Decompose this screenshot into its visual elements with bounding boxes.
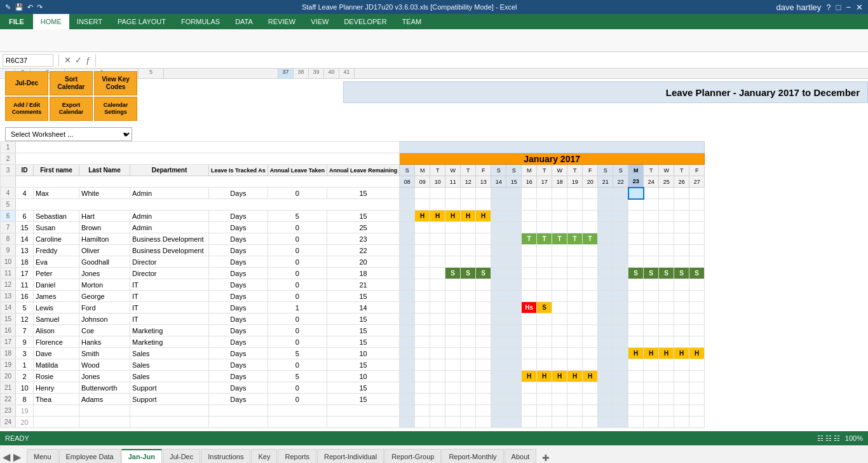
- col-header-40: 40: [324, 69, 339, 78]
- ribbon-tabs: FILE HOME INSERT PAGE LAYOUT FORMULAS DA…: [0, 14, 868, 29]
- tab-home[interactable]: HOME: [33, 14, 69, 29]
- tab-data[interactable]: DATA: [227, 14, 261, 29]
- formula-input[interactable]: [101, 57, 865, 64]
- sort-calendar-button[interactable]: Sort Calendar: [50, 71, 93, 79]
- ribbon-area: [0, 29, 868, 52]
- tab-page-layout[interactable]: PAGE LAYOUT: [110, 14, 173, 29]
- undo-icon[interactable]: ↶: [27, 3, 33, 11]
- quick-access-toolbar: ✎ 💾 ↶ ↷: [5, 3, 43, 11]
- tab-insert[interactable]: INSERT: [69, 14, 110, 29]
- tab-team[interactable]: TEAM: [395, 14, 430, 29]
- view-key-codes-button[interactable]: View Key Codes: [94, 71, 137, 79]
- close-icon[interactable]: ✕: [856, 3, 863, 12]
- tab-view[interactable]: VIEW: [303, 14, 336, 29]
- user-name: dave hartley: [776, 3, 821, 12]
- cancel-formula-icon[interactable]: ✕: [64, 55, 71, 65]
- jul-dec-button[interactable]: Jul-Dec: [5, 71, 48, 79]
- tab-file[interactable]: FILE: [0, 14, 33, 29]
- minimize-icon[interactable]: −: [846, 3, 851, 12]
- save-icon[interactable]: 💾: [15, 3, 24, 11]
- custom-toolbar: Jul-Dec Sort Calendar View Key Codes Add…: [5, 71, 137, 79]
- excel-icon: ✎: [5, 3, 11, 11]
- redo-icon[interactable]: ↷: [37, 3, 43, 11]
- col-header-37: 37: [278, 69, 294, 78]
- window-controls: dave hartley ? □ − ✕: [776, 3, 863, 12]
- tab-developer[interactable]: DEVELOPER: [336, 14, 394, 29]
- formula-icons: ✕ ✓ ƒ: [64, 55, 90, 65]
- col-header-41: 41: [339, 69, 355, 78]
- window-title: Staff Leave Planner JD17u20 v3.6.03.xls …: [43, 3, 776, 11]
- col-header-39: 39: [309, 69, 324, 78]
- insert-function-icon[interactable]: ƒ: [86, 55, 90, 65]
- help-icon[interactable]: ?: [826, 3, 831, 12]
- formula-divider2: [95, 54, 96, 67]
- title-bar: ✎ 💾 ↶ ↷ Staff Leave Planner JD17u20 v3.6…: [0, 0, 868, 14]
- formula-divider: [58, 54, 59, 67]
- confirm-formula-icon[interactable]: ✓: [75, 55, 82, 65]
- name-box[interactable]: [3, 54, 53, 67]
- formula-bar: ✕ ✓ ƒ: [0, 52, 868, 69]
- tab-formulas[interactable]: FORMULAS: [173, 14, 227, 29]
- col-header-38: 38: [294, 69, 309, 78]
- tab-review[interactable]: REVIEW: [261, 14, 303, 29]
- restore-icon[interactable]: □: [836, 3, 841, 12]
- col-header-space: [164, 69, 278, 78]
- col-header-5: 5: [139, 69, 164, 78]
